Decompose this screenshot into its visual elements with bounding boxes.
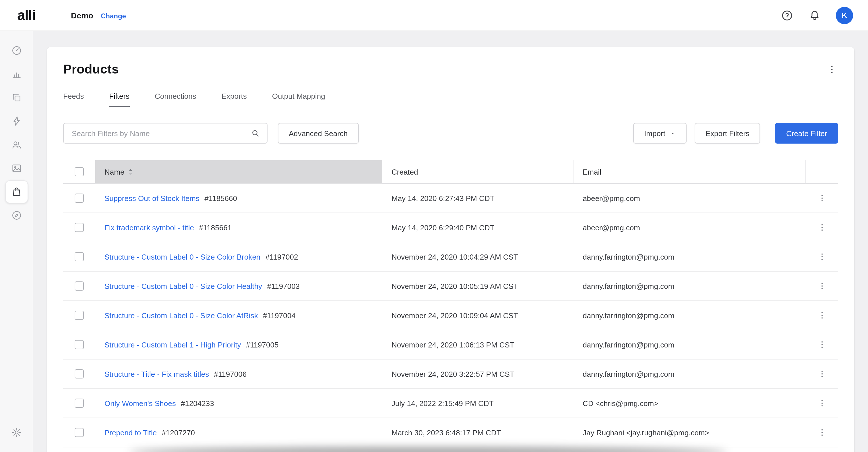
row-menu-button[interactable] (816, 222, 828, 233)
advanced-search-button[interactable]: Advanced Search (278, 123, 359, 144)
row-menu-button[interactable] (816, 397, 828, 409)
image-icon (11, 162, 22, 174)
header-actions: K (781, 7, 853, 24)
row-checkbox[interactable] (74, 223, 84, 232)
row-menu-button[interactable] (816, 251, 828, 263)
filters-table-body: Suppress Out of Stock Items #1185660 May… (63, 184, 838, 447)
column-header-created: Created (382, 160, 574, 183)
row-checkbox[interactable] (74, 252, 84, 261)
help-icon[interactable] (781, 9, 794, 22)
filter-id: #1197005 (246, 340, 279, 349)
lightning-icon (11, 115, 22, 127)
tab-filters[interactable]: Filters (109, 92, 129, 107)
filter-name-link[interactable]: Structure - Title - Fix mask titles (104, 369, 209, 378)
filter-id: #1197004 (263, 311, 296, 320)
table-row: Structure - Custom Label 0 - Size Color … (63, 272, 838, 301)
app-window: alli Demo Change K (0, 0, 868, 452)
app-logo[interactable]: alli (17, 7, 35, 24)
email-cell: danny.farrington@pmg.com (574, 252, 806, 261)
row-checkbox[interactable] (74, 399, 84, 408)
filter-name-link[interactable]: Structure - Custom Label 0 - Size Color … (104, 282, 262, 290)
users-icon (11, 139, 22, 150)
import-button[interactable]: Import (633, 123, 687, 144)
notifications-bell-icon[interactable] (808, 9, 821, 22)
kebab-icon (817, 223, 827, 232)
sidebar-item-lightning[interactable] (5, 110, 28, 133)
filter-name-link[interactable]: Suppress Out of Stock Items (104, 194, 199, 203)
filter-id: #1197003 (267, 282, 300, 290)
user-avatar[interactable]: K (836, 7, 853, 24)
row-menu-button[interactable] (816, 427, 828, 438)
row-checkbox[interactable] (74, 193, 84, 203)
row-menu-button[interactable] (816, 309, 828, 321)
main-content: Products FeedsFiltersConnectionsExportsO… (33, 31, 868, 452)
kebab-icon (817, 428, 827, 437)
row-menu-button[interactable] (816, 280, 828, 292)
kebab-icon (817, 340, 827, 349)
sidebar (0, 31, 33, 452)
products-card: Products FeedsFiltersConnectionsExportsO… (47, 47, 854, 452)
row-menu-button[interactable] (816, 368, 828, 380)
select-all-checkbox[interactable] (74, 167, 84, 176)
filter-id: #1185661 (199, 223, 231, 232)
column-header-actions (806, 160, 838, 183)
tabs: FeedsFiltersConnectionsExportsOutput Map… (63, 92, 838, 107)
page-menu-button[interactable] (826, 63, 838, 76)
kebab-icon (817, 369, 827, 379)
email-cell: danny.farrington@pmg.com (574, 311, 806, 320)
row-menu-button[interactable] (816, 339, 828, 350)
email-cell: danny.farrington@pmg.com (574, 340, 806, 349)
table-row: Prepend to Title #1207270 March 30, 2023… (63, 418, 838, 447)
filter-id: #1197006 (214, 369, 247, 378)
row-checkbox[interactable] (74, 369, 84, 379)
table-row: Structure - Custom Label 0 - Size Color … (63, 301, 838, 330)
shopping-bag-icon (11, 186, 22, 198)
created-cell: July 14, 2022 2:15:49 PM CDT (382, 399, 574, 408)
tab-exports[interactable]: Exports (222, 92, 247, 107)
filter-name-link[interactable]: Structure - Custom Label 1 - High Priori… (104, 340, 241, 349)
table-row: Structure - Custom Label 1 - High Priori… (63, 330, 838, 360)
search-box[interactable] (63, 123, 268, 144)
sidebar-item-settings[interactable] (5, 421, 28, 444)
column-header-name[interactable]: Name (95, 160, 382, 183)
sidebar-item-image[interactable] (5, 157, 28, 180)
top-header: alli Demo Change K (0, 0, 868, 31)
filter-name-link[interactable]: Only Women's Shoes (104, 399, 176, 408)
filter-name-link[interactable]: Structure - Custom Label 0 - Size Color … (104, 252, 260, 261)
sidebar-item-bar-chart[interactable] (5, 63, 28, 86)
email-cell: CD <chris@pmg.com> (574, 399, 806, 408)
kebab-icon (817, 281, 827, 291)
tab-connections[interactable]: Connections (155, 92, 196, 107)
row-checkbox[interactable] (74, 311, 84, 320)
filter-name-link[interactable]: Prepend to Title (104, 428, 157, 437)
toolbar-right: Import Export Filters Create Filter (633, 123, 838, 144)
change-client-link[interactable]: Change (101, 12, 126, 20)
row-checkbox[interactable] (74, 281, 84, 291)
created-cell: March 30, 2023 6:48:17 PM CDT (382, 428, 574, 437)
row-menu-button[interactable] (816, 192, 828, 204)
filter-id: #1197002 (266, 252, 298, 261)
email-cell: abeer@pmg.com (574, 223, 806, 232)
search-icon (251, 129, 260, 138)
row-checkbox[interactable] (74, 340, 84, 349)
client-name: Demo (71, 11, 93, 20)
sidebar-item-users[interactable] (5, 133, 28, 156)
gear-icon (11, 427, 22, 438)
table-row: Structure - Custom Label 0 - Size Color … (63, 242, 838, 272)
sidebar-item-compass[interactable] (5, 204, 28, 227)
sidebar-item-gauge[interactable] (5, 39, 28, 62)
column-header-email: Email (574, 160, 806, 183)
filter-name-link[interactable]: Structure - Custom Label 0 - Size Color … (104, 311, 258, 320)
filter-id: #1204233 (181, 399, 214, 408)
export-filters-button[interactable]: Export Filters (694, 123, 761, 144)
created-cell: May 14, 2020 6:27:43 PM CDT (382, 194, 574, 203)
tab-output-mapping[interactable]: Output Mapping (272, 92, 325, 107)
row-checkbox[interactable] (74, 428, 84, 437)
created-cell: November 24, 2020 1:06:13 PM CST (382, 340, 574, 349)
sidebar-item-copy[interactable] (5, 86, 28, 109)
filter-name-link[interactable]: Fix trademark symbol - title (104, 223, 194, 232)
search-input[interactable] (71, 128, 251, 138)
sidebar-item-shopping-bag[interactable] (5, 180, 28, 203)
tab-feeds[interactable]: Feeds (63, 92, 84, 107)
create-filter-button[interactable]: Create Filter (775, 123, 838, 144)
